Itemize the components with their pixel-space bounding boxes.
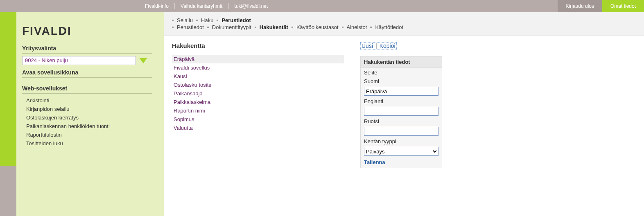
breadcrumb-item[interactable]: Hakukentät xyxy=(260,24,288,30)
sidebar-web-app-link[interactable]: Ostolaskujen kierrätys xyxy=(22,113,152,122)
logo: FIVALDI xyxy=(22,25,152,38)
list-title: Hakukenttä xyxy=(172,42,344,49)
web-apps-list: ArkistointiKirjanpidon selailuOstolaskuj… xyxy=(22,96,152,148)
company-heading: Yritysvalinta xyxy=(22,45,152,54)
suomi-input[interactable] xyxy=(364,87,438,96)
breadcrumb-dot-icon xyxy=(370,27,372,28)
type-select[interactable]: Päiväys xyxy=(364,147,438,156)
logout-button[interactable]: Kirjaudu ulos xyxy=(558,0,602,12)
new-link[interactable]: Uusi xyxy=(362,43,373,49)
type-cell: Päiväys xyxy=(361,145,442,157)
list-item[interactable]: Raportin nimi xyxy=(172,106,344,115)
form-panel: Hakukentän tiedot Selite Suomi Englanti … xyxy=(360,56,442,168)
dropdown-triangle-icon[interactable] xyxy=(139,58,147,63)
list-item[interactable]: Palkansaaja xyxy=(172,89,344,98)
list-item[interactable]: Ostolasku tosite xyxy=(172,81,344,89)
company-row: 9024 - Niken pulju xyxy=(22,56,152,65)
englanti-label: Englanti xyxy=(361,97,442,105)
item-list: EräpäiväFivaldi sovellusKausiOstolasku t… xyxy=(172,55,344,132)
list-item[interactable]: Sopimus xyxy=(172,115,344,124)
action-separator: | xyxy=(375,43,377,49)
breadcrumb-row-2: PerustiedotDokumenttityypitHakukentätKäy… xyxy=(172,24,636,30)
breadcrumb-dot-icon xyxy=(342,27,343,28)
list-item[interactable]: Palkkalaskelma xyxy=(172,98,344,106)
web-apps-heading: Web-sovellukset xyxy=(22,85,152,94)
own-info-button[interactable]: Omat tiedot xyxy=(602,0,644,12)
sidebar-web-app-link[interactable]: Tositteiden luku xyxy=(22,139,152,148)
breadcrumb-dot-icon xyxy=(172,27,174,28)
breadcrumb-item[interactable]: Käyttöoikeustasot xyxy=(296,24,339,30)
breadcrumb-dot-icon xyxy=(196,20,198,21)
englanti-cell xyxy=(361,105,442,117)
list-item[interactable]: Fivaldi sovellus xyxy=(172,63,344,72)
topbar-switch-group-link[interactable]: Vaihda kantaryhmä xyxy=(175,3,228,9)
accent-green xyxy=(0,12,16,166)
ruotsi-input[interactable] xyxy=(364,127,438,136)
breadcrumbs: SelailuHakuPerustiedot PerustiedotDokume… xyxy=(164,12,644,36)
breadcrumb-item[interactable]: Selailu xyxy=(177,17,193,23)
suomi-label: Suomi xyxy=(361,76,442,85)
ruotsi-cell xyxy=(361,125,442,137)
breadcrumb-dot-icon xyxy=(291,27,293,28)
content: Hakukenttä EräpäiväFivaldi sovellusKausi… xyxy=(164,36,644,175)
selite-label: Selite xyxy=(361,68,442,76)
layout: FIVALDI Yritysvalinta 9024 - Niken pulju… xyxy=(0,12,644,216)
list-column: Hakukenttä EräpäiväFivaldi sovellusKausi… xyxy=(172,42,344,168)
type-label: Kentän tyyppi xyxy=(361,137,442,145)
breadcrumb-item[interactable]: Käyttötiedot xyxy=(375,24,403,30)
accent-gray xyxy=(0,166,16,216)
sidebar-web-app-link[interactable]: Kirjanpidon selailu xyxy=(22,105,152,113)
breadcrumb-item[interactable]: Dokumenttityypit xyxy=(212,24,251,30)
action-links: Uusi | Kopioi xyxy=(360,42,397,50)
save-link[interactable]: Tallenna xyxy=(361,157,442,168)
accent-stripe xyxy=(0,12,16,216)
suomi-cell xyxy=(361,85,442,97)
breadcrumb-item[interactable]: Perustiedot xyxy=(221,17,251,23)
breadcrumb-dot-icon xyxy=(255,27,256,28)
breadcrumb-dot-icon xyxy=(207,27,209,28)
englanti-input[interactable] xyxy=(364,107,438,116)
topbar-left: Fivaldi-info Vaihda kantaryhmä tuki@fiva… xyxy=(0,3,273,9)
breadcrumb-item[interactable]: Haku xyxy=(201,17,213,23)
form-column: Uusi | Kopioi Hakukentän tiedot Selite S… xyxy=(360,42,442,168)
sidebar-web-app-link[interactable]: Raporttitulostin xyxy=(22,130,152,139)
list-item[interactable]: Eräpäivä xyxy=(172,55,344,63)
breadcrumb-item[interactable]: Perustiedot xyxy=(177,24,204,30)
ruotsi-label: Ruotsi xyxy=(361,117,442,125)
breadcrumb-item[interactable]: Aineistot xyxy=(347,24,367,30)
sidebar: FIVALDI Yritysvalinta 9024 - Niken pulju… xyxy=(16,12,164,216)
open-app-window-link[interactable]: Avaa sovellusikkuna xyxy=(22,69,152,78)
list-item[interactable]: Kausi xyxy=(172,72,344,81)
form-heading: Hakukentän tiedot xyxy=(361,56,442,68)
topbar: Fivaldi-info Vaihda kantaryhmä tuki@fiva… xyxy=(0,0,644,12)
sidebar-web-app-link[interactable]: Arkistointi xyxy=(22,96,152,105)
topbar-info-link[interactable]: Fivaldi-info xyxy=(139,3,174,9)
breadcrumb-dot-icon xyxy=(172,20,174,21)
breadcrumb-dot-icon xyxy=(217,20,218,21)
copy-link[interactable]: Kopioi xyxy=(380,43,395,49)
topbar-support-email-link[interactable]: tuki@fivaldi.net xyxy=(229,3,274,9)
sidebar-web-app-link[interactable]: Palkanlaskennan henkilöiden tuonti xyxy=(22,122,152,130)
company-select[interactable]: 9024 - Niken pulju xyxy=(22,56,136,65)
list-item[interactable]: Valuutta xyxy=(172,124,344,132)
breadcrumb-row-1: SelailuHakuPerustiedot xyxy=(172,17,636,23)
main: SelailuHakuPerustiedot PerustiedotDokume… xyxy=(164,12,644,216)
